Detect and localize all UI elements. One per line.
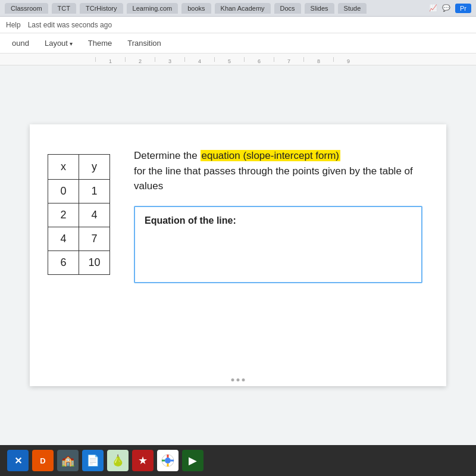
tab-learning[interactable]: Learning.com bbox=[127, 3, 178, 14]
ruler-mark-7: 7 bbox=[274, 57, 303, 62]
taskbar-play-icon[interactable]: ▶ bbox=[182, 450, 203, 471]
table-cell-x2: 4 bbox=[48, 227, 79, 251]
answer-box[interactable]: Equation of the line: bbox=[134, 206, 422, 283]
ruler: 1 2 3 4 5 6 7 8 9 bbox=[0, 54, 476, 65]
problem-text-before: Determine the bbox=[134, 150, 201, 161]
tab-ound[interactable]: ound bbox=[6, 36, 35, 50]
browser-bar: Classroom TCT TCrHistory Learning.com bo… bbox=[0, 0, 476, 17]
nav-dot-3[interactable] bbox=[242, 378, 245, 381]
problem-highlight: equation (slope-intercept form) bbox=[201, 150, 341, 161]
tab-stude[interactable]: Stude bbox=[338, 3, 367, 14]
tab-transition[interactable]: Transition bbox=[121, 36, 167, 50]
ruler-mark-6: 6 bbox=[244, 57, 274, 62]
trend-icon: 📈 bbox=[429, 4, 437, 12]
ruler-mark-2: 2 bbox=[125, 57, 155, 62]
present-button[interactable]: Pr bbox=[455, 4, 471, 13]
table-row: 4 7 bbox=[48, 227, 110, 251]
taskbar: ✕ D 🏫 📄 🍐 ★ ▶ bbox=[0, 445, 476, 476]
table-row: 6 10 bbox=[48, 251, 110, 275]
chat-icon: 💬 bbox=[442, 4, 450, 12]
ruler-mark-1: 1 bbox=[95, 57, 125, 62]
svg-point-1 bbox=[165, 458, 171, 464]
table-row: 0 1 bbox=[48, 180, 110, 203]
tab-tchistory[interactable]: TCrHistory bbox=[80, 3, 123, 14]
tab-docs[interactable]: Docs bbox=[274, 3, 301, 14]
nav-dot-2[interactable] bbox=[237, 378, 240, 381]
help-row: Help Last edit was seconds ago bbox=[0, 17, 476, 33]
ruler-mark-3: 3 bbox=[155, 57, 184, 62]
answer-box-label: Equation of the line: bbox=[145, 215, 412, 226]
table-cell-x0: 0 bbox=[48, 180, 79, 203]
table-cell-y0: 1 bbox=[79, 180, 110, 203]
slide-tabs: ound Layout Theme Transition bbox=[0, 33, 476, 54]
table-row: 2 4 bbox=[48, 203, 110, 227]
tab-slides[interactable]: Slides bbox=[305, 3, 334, 14]
taskbar-d-icon[interactable]: D bbox=[32, 450, 54, 471]
table-header-y: y bbox=[79, 155, 110, 180]
table-cell-y3: 10 bbox=[79, 251, 110, 275]
taskbar-star-icon[interactable]: ★ bbox=[132, 450, 154, 471]
slide: x y 0 1 2 4 4 7 6 10 bbox=[30, 124, 446, 386]
table-cell-x1: 2 bbox=[48, 203, 79, 227]
help-label[interactable]: Help bbox=[6, 21, 21, 29]
ruler-mark-5: 5 bbox=[214, 57, 244, 62]
tab-layout[interactable]: Layout bbox=[39, 36, 79, 50]
taskbar-school-icon[interactable]: 🏫 bbox=[57, 450, 79, 471]
table-cell-y2: 7 bbox=[79, 227, 110, 251]
problem-text: Determine the equation (slope-intercept … bbox=[134, 148, 422, 194]
taskbar-pear-icon[interactable]: 🍐 bbox=[107, 450, 129, 471]
tab-tct[interactable]: TCT bbox=[52, 3, 76, 14]
slide-area: x y 0 1 2 4 4 7 6 10 bbox=[0, 65, 476, 445]
tab-books[interactable]: books bbox=[181, 3, 211, 14]
ruler-mark-4: 4 bbox=[184, 57, 214, 62]
tab-theme[interactable]: Theme bbox=[82, 36, 118, 50]
slide-nav-dots bbox=[231, 378, 245, 381]
table-header-x: x bbox=[48, 155, 79, 180]
table-cell-x3: 6 bbox=[48, 251, 79, 275]
nav-dot-1[interactable] bbox=[231, 378, 234, 381]
ruler-mark-9: 9 bbox=[333, 57, 363, 62]
tab-classroom[interactable]: Classroom bbox=[5, 3, 48, 14]
right-content: Determine the equation (slope-intercept … bbox=[134, 148, 422, 283]
table-cell-y1: 4 bbox=[79, 203, 110, 227]
taskbar-chrome-icon[interactable] bbox=[157, 450, 178, 471]
problem-text-after: for the line that passes through the poi… bbox=[134, 165, 413, 192]
values-table: x y 0 1 2 4 4 7 6 10 bbox=[48, 154, 110, 275]
ruler-mark-8: 8 bbox=[303, 57, 333, 62]
last-edit-text: Last edit was seconds ago bbox=[28, 21, 112, 29]
taskbar-doc-icon[interactable]: 📄 bbox=[82, 450, 104, 471]
tab-khan[interactable]: Khan Academy bbox=[215, 3, 271, 14]
taskbar-x-icon[interactable]: ✕ bbox=[7, 450, 29, 471]
